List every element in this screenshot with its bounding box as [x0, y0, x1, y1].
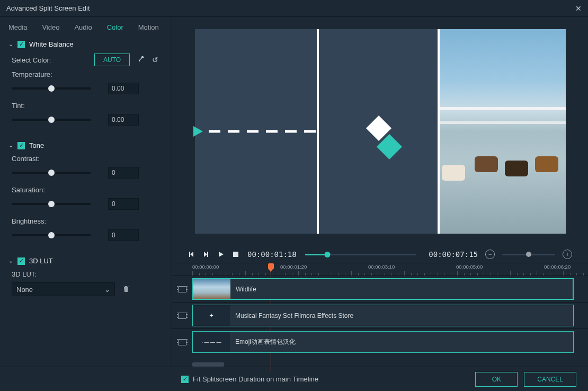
dashed-line [209, 130, 317, 133]
ok-button[interactable]: OK [475, 372, 518, 387]
tint-slider[interactable] [12, 119, 91, 121]
contrast-label: Contrast: [12, 155, 65, 163]
zoom-out-button[interactable]: − [485, 250, 495, 259]
section-3d-lut: ⌄ ✓ 3D LUT 3D LUT: None ⌄ [0, 252, 172, 304]
split-pane-3[interactable] [440, 29, 566, 234]
progress-bar[interactable] [305, 254, 416, 255]
clip-label: Musical Fantasy Set Filmora Effects Stor… [235, 312, 353, 319]
tone-title: Tone [29, 141, 44, 149]
tab-color[interactable]: Color [107, 23, 123, 31]
contrast-slider[interactable] [12, 172, 91, 174]
tab-audio[interactable]: Audio [74, 23, 92, 31]
zoom-in-button[interactable]: + [563, 250, 572, 259]
clip-thumb [193, 279, 230, 299]
auto-button[interactable]: AUTO [94, 54, 130, 66]
titlebar: Advanced Split Screen Edit ✕ [0, 0, 588, 17]
reset-icon[interactable]: ↺ [152, 56, 158, 64]
preview-area [172, 17, 588, 246]
brightness-label: Brightness: [12, 217, 65, 225]
chevron-down-icon[interactable]: ⌄ [8, 257, 13, 264]
section-tone: ⌄ ✓ Tone Contrast: Saturation: Brightnes… [0, 136, 172, 252]
lut-title: 3D LUT [29, 257, 53, 265]
timeline-ruler[interactable]: 00:00:00:00 00:00:01:20 00:00:03:10 00:0… [172, 263, 588, 276]
clip-thumb: · — — — [193, 332, 230, 352]
track-row: · — — — Emoji动画表情包汉化 [172, 328, 588, 355]
cancel-button[interactable]: CANCEL [524, 372, 576, 387]
close-icon[interactable]: ✕ [575, 4, 582, 13]
lut-checkbox[interactable]: ✓ [17, 257, 25, 265]
clip-emoji[interactable]: · — — — Emoji动画表情包汉化 [192, 331, 574, 353]
window-title: Advanced Split Screen Edit [6, 4, 90, 12]
chevron-down-icon: ⌄ [104, 286, 110, 294]
brightness-slider[interactable] [12, 234, 91, 236]
clip-wildlife[interactable]: Wildlife [192, 278, 574, 300]
arrow-right-icon [193, 126, 203, 137]
tone-checkbox[interactable]: ✓ [17, 142, 25, 149]
ruler-label: 00:00:01:20 [280, 264, 307, 270]
tint-input[interactable] [108, 114, 139, 126]
clip-label: Wildlife [236, 286, 256, 293]
zoom-slider[interactable] [502, 254, 555, 255]
temperature-slider[interactable] [12, 87, 91, 90]
fit-label: Fit Splitscreen Duration on main Timelin… [193, 375, 318, 383]
saturation-slider[interactable] [12, 203, 91, 205]
temperature-input[interactable] [108, 83, 139, 94]
lut-label: 3D LUT: [12, 270, 65, 278]
tabs: Media Video Audio Color Motion [0, 20, 172, 35]
total-time: 00:00:07:15 [429, 250, 478, 259]
track-icon[interactable] [172, 303, 192, 328]
clip-musical[interactable]: ✦ Musical Fantasy Set Filmora Effects St… [192, 305, 574, 326]
tab-media[interactable]: Media [8, 23, 27, 31]
lut-select[interactable]: None ⌄ [12, 282, 115, 296]
footer: ✓ Fit Splitscreen Duration on main Timel… [0, 367, 588, 391]
photo-content [440, 29, 566, 234]
chevron-down-icon[interactable]: ⌄ [8, 41, 13, 48]
prev-frame-button[interactable] [188, 251, 194, 257]
contrast-input[interactable] [108, 167, 139, 179]
track-icon[interactable] [172, 329, 192, 355]
tint-label: Tint: [12, 102, 65, 110]
split-pane-2[interactable] [319, 29, 440, 234]
ruler-label: 00:00:06:20 [544, 264, 571, 270]
saturation-input[interactable] [108, 198, 139, 210]
white-balance-title: White Balance [29, 40, 74, 48]
split-pane-1[interactable] [195, 29, 319, 234]
saturation-label: Saturation: [12, 186, 65, 194]
eyedropper-icon[interactable] [137, 56, 145, 65]
chevron-down-icon[interactable]: ⌄ [8, 142, 13, 149]
ruler-label: 00:00:00:00 [192, 264, 219, 270]
tab-motion[interactable]: Motion [138, 23, 159, 31]
track-row: ✦ Musical Fantasy Set Filmora Effects St… [172, 302, 588, 328]
lut-value: None [16, 286, 33, 294]
trash-icon[interactable] [122, 285, 130, 294]
play-button[interactable] [218, 251, 224, 257]
timeline-tracks: Wildlife ✦ Musical Fantasy Set Filmora E… [172, 276, 588, 367]
tab-video[interactable]: Video [42, 23, 59, 31]
ruler-label: 00:00:05:00 [456, 264, 483, 270]
current-time: 00:00:01:18 [247, 250, 297, 259]
brightness-input[interactable] [108, 229, 139, 241]
transport-bar: 00:00:01:18 00:00:07:15 − + [172, 246, 588, 263]
ruler-label: 00:00:03:10 [368, 264, 395, 270]
svg-rect-0 [233, 252, 238, 257]
clip-thumb: ✦ [193, 305, 230, 326]
section-white-balance: ⌄ ✓ White Balance Select Color: AUTO ↺ T… [0, 35, 172, 136]
temperature-label: Temperature: [12, 70, 65, 78]
stop-button[interactable] [233, 251, 239, 257]
scrollbar[interactable] [192, 362, 224, 367]
next-frame-button[interactable] [203, 251, 209, 257]
preview-canvas[interactable] [195, 29, 566, 234]
track-row: Wildlife [172, 276, 588, 302]
fit-checkbox[interactable]: ✓ [181, 376, 189, 383]
right-panel: 00:00:01:18 00:00:07:15 − + 00:00:00:00 … [172, 17, 588, 367]
white-balance-checkbox[interactable]: ✓ [17, 41, 25, 48]
left-panel: Media Video Audio Color Motion ⌄ ✓ White… [0, 17, 172, 367]
clip-label: Emoji动画表情包汉化 [235, 337, 296, 346]
select-color-label: Select Color: [12, 56, 65, 64]
track-icon[interactable] [172, 276, 192, 302]
